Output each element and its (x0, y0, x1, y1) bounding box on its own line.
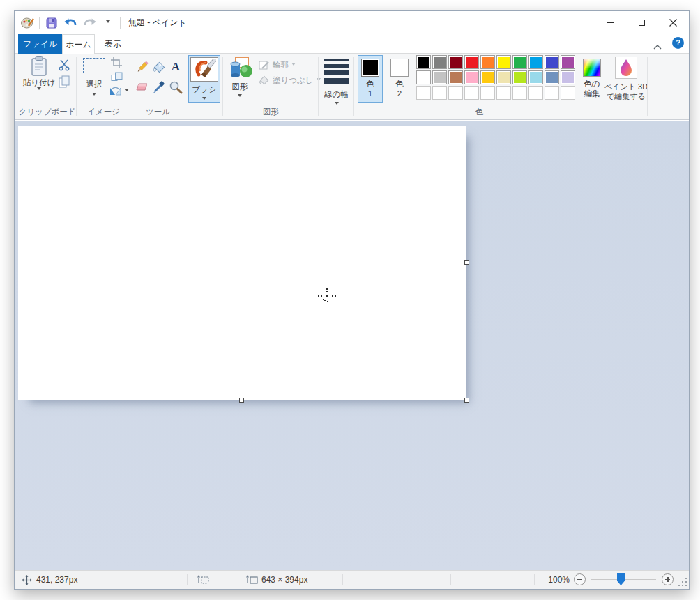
group-paint3d: ペイント 3D で編集する (605, 54, 647, 119)
redo-button[interactable] (82, 15, 96, 31)
group-image: 選択 イメージ (77, 54, 130, 119)
canvas[interactable] (18, 126, 466, 400)
palette-empty-cell[interactable] (448, 86, 463, 100)
color1-swatch (363, 60, 378, 75)
shape-fill-button[interactable]: 塗りつぶし (259, 75, 321, 85)
rotate-button[interactable] (108, 86, 129, 96)
palette-color-cell[interactable] (512, 70, 527, 84)
save-button[interactable] (45, 15, 59, 31)
select-button[interactable]: 選択 (80, 58, 108, 98)
tab-view[interactable]: 表示 (95, 34, 131, 54)
copy-icon (59, 75, 70, 88)
palette-color-cell[interactable] (480, 55, 495, 69)
magnifier-tool-button[interactable] (169, 80, 183, 94)
qat-customize-dropdown[interactable] (101, 15, 115, 31)
palette-empty-cell[interactable] (464, 86, 479, 100)
group-divider (647, 57, 648, 116)
palette-color-cell[interactable] (464, 70, 479, 84)
paste-dropdown-arrow (37, 87, 41, 92)
palette-empty-cell[interactable] (432, 86, 447, 100)
canvas-resize-handle-right[interactable] (464, 260, 469, 265)
palette-color-cell[interactable] (528, 70, 543, 84)
palette-color-cell[interactable] (528, 55, 543, 69)
undo-button[interactable] (63, 15, 77, 31)
outline-button[interactable]: 輪郭 (259, 60, 296, 70)
copy-button[interactable] (57, 75, 71, 89)
group-divider (222, 57, 223, 116)
palette-empty-cell[interactable] (496, 86, 511, 100)
brush-button[interactable]: ブラシ (188, 55, 220, 103)
palette-color-cell[interactable] (480, 70, 495, 84)
canvas-resize-handle-bottom[interactable] (239, 398, 244, 403)
eraser-tool-button[interactable] (135, 80, 149, 94)
palette-empty-cell[interactable] (561, 86, 575, 100)
eyedropper-icon (152, 80, 166, 94)
zoom-in-button[interactable] (662, 573, 674, 585)
status-divider (534, 574, 535, 585)
palette-empty-cell[interactable] (528, 86, 543, 100)
group-label-tools: ツール (131, 107, 185, 117)
cursor-position-icon (22, 575, 32, 587)
shapes-gallery-button[interactable]: 図形 (225, 57, 254, 99)
tab-home[interactable]: ホーム (62, 34, 95, 54)
edit-colors-button[interactable]: 色の 編集 (579, 55, 604, 103)
resize-button[interactable] (111, 72, 123, 82)
status-divider (342, 574, 343, 585)
group-divider (130, 57, 130, 116)
cut-button[interactable] (57, 58, 71, 72)
color-picker-tool-button[interactable] (152, 80, 166, 94)
maximize-icon (639, 20, 645, 26)
edit-colors-label-line2: 編集 (584, 89, 600, 98)
palette-empty-cell[interactable] (545, 86, 559, 100)
palette-color-cell[interactable] (561, 55, 575, 69)
palette-color-cell[interactable] (432, 55, 447, 69)
color2-label-line1: 色 (395, 79, 404, 89)
palette-color-cell[interactable] (464, 55, 479, 69)
rotate-icon (108, 86, 123, 96)
color1-button[interactable]: 色 1 (358, 55, 383, 103)
line-width-dropdown-arrow (335, 102, 339, 107)
resize-icon (111, 72, 123, 82)
crop-button[interactable] (111, 57, 122, 68)
palette-color-cell[interactable] (496, 70, 511, 84)
palette-color-cell[interactable] (448, 55, 463, 69)
paste-button[interactable]: 貼り付け (24, 55, 54, 92)
palette-empty-cell[interactable] (480, 86, 495, 100)
pencil-tool-button[interactable] (135, 60, 149, 74)
group-divider (185, 57, 185, 116)
title-bar: 無題 - ペイント (15, 11, 689, 34)
ribbon: 貼り付け クリップボード (15, 54, 689, 120)
palette-color-cell[interactable] (561, 70, 575, 84)
status-divider (450, 574, 451, 585)
line-width-icon (324, 59, 349, 84)
resize-grip[interactable] (677, 576, 687, 586)
palette-color-cell[interactable] (432, 70, 447, 84)
palette-color-cell[interactable] (545, 55, 559, 69)
line-width-button[interactable]: 線の幅 (321, 54, 351, 107)
palette-empty-cell[interactable] (512, 86, 527, 100)
color2-button[interactable]: 色 2 (387, 55, 412, 103)
tab-file[interactable]: ファイル (18, 34, 62, 54)
palette-color-cell[interactable] (416, 55, 431, 69)
help-button[interactable]: ? (672, 37, 684, 49)
fill-tool-button[interactable] (152, 60, 166, 74)
text-tool-button[interactable]: A (169, 60, 183, 74)
palette-color-cell[interactable] (416, 70, 431, 84)
zoom-slider-handle[interactable] (617, 573, 625, 585)
palette-color-cell[interactable] (545, 70, 559, 84)
maximize-button[interactable] (626, 11, 657, 34)
image-size-value: 643 × 394px (261, 571, 307, 589)
palette-color-cell[interactable] (512, 55, 527, 69)
minimize-button[interactable] (595, 11, 626, 34)
palette-empty-cell[interactable] (416, 86, 431, 100)
zoom-out-button[interactable] (574, 573, 586, 585)
palette-color-cell[interactable] (496, 55, 511, 69)
collapse-ribbon-button[interactable] (653, 40, 663, 47)
close-button[interactable] (657, 11, 689, 34)
select-label: 選択 (86, 79, 102, 89)
canvas-resize-handle-corner[interactable] (464, 398, 469, 403)
palette-color-cell[interactable] (448, 70, 463, 84)
close-icon (669, 19, 677, 27)
paint3d-button[interactable]: ペイント 3D で編集する (605, 54, 647, 101)
color1-swatch-frame (361, 59, 379, 77)
